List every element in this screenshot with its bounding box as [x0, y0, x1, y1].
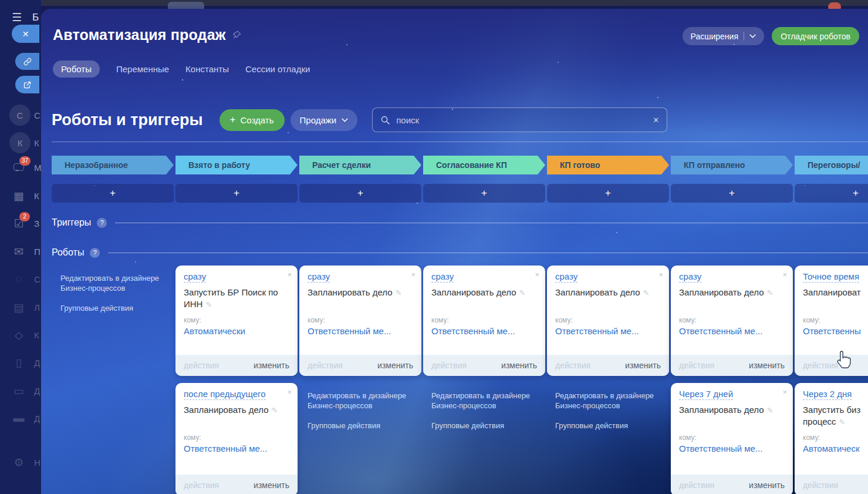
robot-card[interactable]: после предыдущего × Запланировать дело✎ … — [175, 383, 298, 494]
edit-in-designer-link[interactable]: Редактировать в дизайнере Бизнес-процесс… — [308, 391, 416, 411]
tab-constants[interactable]: Константы — [185, 61, 229, 78]
actions-link[interactable]: действия — [431, 361, 467, 370]
slider-open-new-tab-button[interactable] — [15, 76, 39, 93]
robot-trigger-link[interactable]: Точное время — [803, 271, 859, 283]
close-icon[interactable]: × — [535, 270, 539, 279]
robot-assignee-link[interactable]: Ответственный ме... — [555, 326, 661, 336]
robot-assignee-link[interactable]: Ответственны — [803, 326, 868, 336]
sidebar-user-avatar[interactable]: К — [9, 132, 31, 153]
edit-in-designer-link[interactable]: Редактировать в дизайнере Бизнес-процесс… — [60, 273, 169, 293]
robot-card[interactable]: Через 2 дня Запустить биз процесс✎ кому:… — [795, 383, 868, 494]
close-icon[interactable]: × — [287, 270, 292, 279]
actions-link[interactable]: действия — [679, 480, 714, 490]
sidebar-item-automation[interactable]: ◌ С — [0, 273, 41, 290]
actions-link[interactable]: действия — [679, 361, 714, 370]
robot-assignee-link[interactable]: Ответственный ме... — [184, 443, 289, 453]
add-button[interactable]: + — [52, 184, 174, 203]
actions-link[interactable]: действия — [803, 361, 838, 370]
stage-quote-sent[interactable]: КП отправлено — [671, 156, 793, 174]
group-actions-link[interactable]: Групповые действия — [60, 303, 169, 313]
robot-card[interactable]: Точное время Запланироват кому: Ответств… — [795, 266, 868, 376]
pencil-icon[interactable]: ✎ — [767, 288, 774, 297]
add-button[interactable]: + — [671, 184, 793, 203]
tab-debug-sessions[interactable]: Сессии отладки — [245, 61, 310, 78]
robot-trigger-link[interactable]: сразу — [431, 271, 454, 283]
robot-trigger-link[interactable]: Через 7 дней — [679, 389, 733, 400]
robot-trigger-link[interactable]: сразу — [679, 271, 701, 283]
edit-link[interactable]: изменить — [501, 361, 537, 370]
pencil-icon[interactable]: ✎ — [396, 288, 402, 297]
search-clear-icon[interactable]: ✕ — [653, 116, 659, 125]
edit-link[interactable]: изменить — [625, 361, 661, 370]
sidebar-item-feed[interactable]: ▤ Л — [0, 301, 41, 318]
create-button[interactable]: + Создать — [219, 109, 285, 131]
pencil-icon[interactable]: ✎ — [205, 300, 212, 309]
sidebar-item-tasks[interactable]: ☑ 2 З — [0, 217, 41, 234]
robot-assignee-link[interactable]: Ответственный ме... — [308, 326, 413, 336]
tab-variables[interactable]: Переменные — [116, 61, 169, 78]
stage-negotiations[interactable]: Переговоры/ — [795, 156, 868, 174]
robot-card[interactable]: сразу × Запланировать дело✎ кому: Ответс… — [299, 266, 421, 376]
slider-copy-link-button[interactable] — [15, 53, 39, 70]
robot-assignee-link[interactable]: Ответственный ме... — [679, 326, 785, 336]
stage-unsorted[interactable]: Неразобранное — [52, 156, 174, 174]
robot-trigger-link[interactable]: сразу — [555, 271, 577, 283]
robot-assignee-link[interactable]: Автоматически — [184, 326, 289, 336]
robot-assignee-link[interactable]: Ответственный ме... — [679, 443, 785, 453]
robot-assignee-link[interactable]: Ответственный ме... — [431, 326, 537, 336]
robot-trigger-link[interactable]: после предыдущего — [184, 389, 266, 400]
robot-trigger-link[interactable]: сразу — [308, 271, 330, 283]
actions-link[interactable]: действия — [555, 361, 590, 370]
extensions-button[interactable]: Расширения — [683, 27, 764, 45]
edit-link[interactable]: изменить — [749, 480, 785, 490]
robot-debugger-button[interactable]: Отладчик роботов — [772, 27, 859, 45]
sidebar-item-calendar[interactable]: ▦ К — [0, 189, 41, 207]
robot-card[interactable]: сразу × Запланировать дело✎ кому: Ответс… — [423, 266, 545, 376]
funnel-selector-button[interactable]: Продажи — [291, 109, 358, 131]
add-button[interactable]: + — [175, 184, 298, 203]
add-button[interactable]: + — [547, 184, 669, 203]
close-icon[interactable]: × — [658, 270, 663, 279]
sidebar-item-messenger[interactable]: 37 М — [0, 161, 41, 179]
edit-link[interactable]: изменить — [254, 361, 289, 370]
robot-card[interactable]: Через 7 дней × Запланировать дело✎ кому:… — [671, 383, 793, 494]
pencil-icon[interactable]: ✎ — [519, 288, 526, 297]
edit-in-designer-link[interactable]: Редактировать в дизайнере Бизнес-процесс… — [555, 391, 664, 411]
close-icon[interactable]: × — [782, 270, 787, 279]
edit-in-designer-link[interactable]: Редактировать в дизайнере Бизнес-процесс… — [431, 391, 540, 411]
robot-assignee-link[interactable]: Автоматическ — [803, 443, 868, 453]
robot-card[interactable]: сразу × Запустить БР Поиск по ИНН✎ кому:… — [175, 266, 298, 376]
slider-close-button[interactable]: ✕ — [12, 25, 39, 43]
robot-trigger-link[interactable]: Через 2 дня — [803, 389, 852, 400]
edit-link[interactable]: изменить — [377, 361, 413, 370]
pencil-icon[interactable]: ✎ — [839, 418, 846, 426]
close-icon[interactable]: × — [782, 388, 787, 396]
sidebar-item-settings[interactable]: ⚙ Н — [0, 456, 41, 473]
tab-robots[interactable]: Роботы — [53, 61, 100, 78]
actions-link[interactable]: действия — [308, 361, 343, 370]
group-actions-link[interactable]: Групповые действия — [308, 421, 416, 431]
group-actions-link[interactable]: Групповые действия — [555, 421, 664, 431]
edit-link[interactable]: изменить — [254, 480, 289, 490]
sidebar-item-mail[interactable]: ✉ П — [0, 245, 41, 263]
sidebar-item-crm[interactable]: ◇ К — [0, 328, 41, 346]
sidebar-item-sites[interactable]: ▭ Д — [0, 384, 41, 402]
close-icon[interactable]: × — [287, 388, 292, 396]
pencil-icon[interactable]: ✎ — [767, 406, 774, 415]
actions-link[interactable]: действия — [184, 361, 219, 370]
close-icon[interactable]: × — [411, 270, 416, 279]
sidebar-company-avatar[interactable]: С — [9, 105, 31, 126]
robot-trigger-link[interactable]: сразу — [184, 271, 206, 283]
help-icon[interactable]: ? — [97, 218, 107, 228]
add-button[interactable]: + — [795, 184, 868, 203]
sidebar-item-drive[interactable]: ▬ Д — [0, 412, 41, 429]
stage-deal-calc[interactable]: Расчет сделки — [299, 156, 421, 174]
pencil-icon[interactable]: ✎ — [272, 406, 278, 415]
pin-icon[interactable] — [232, 30, 242, 40]
robot-card[interactable]: сразу × Запланировать дело✎ кому: Ответс… — [547, 266, 669, 376]
group-actions-link[interactable]: Групповые действия — [431, 421, 540, 431]
stage-approval[interactable]: Согласование КП — [423, 156, 545, 174]
robot-card[interactable]: сразу × Запланировать дело✎ кому: Ответс… — [671, 266, 793, 376]
stage-in-progress[interactable]: Взято в работу — [175, 156, 298, 174]
add-button[interactable]: + — [423, 184, 545, 203]
